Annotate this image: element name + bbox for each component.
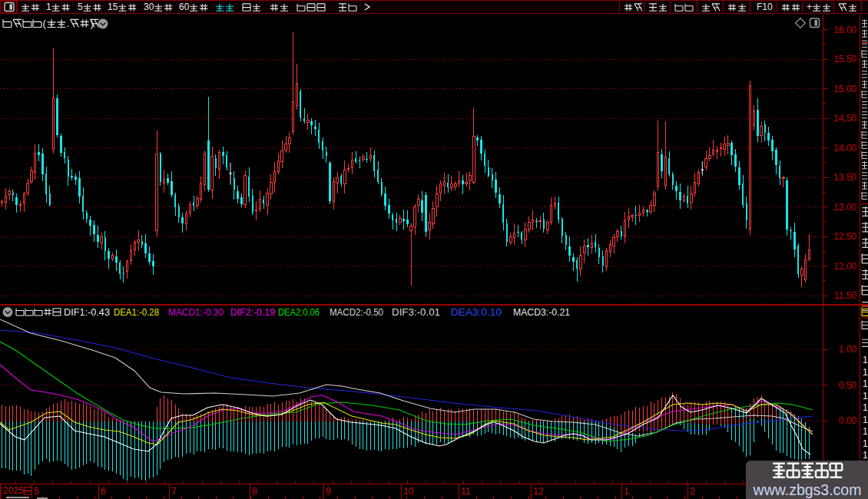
svg-text:1: 1 bbox=[863, 367, 868, 378]
svg-text:0.50: 0.50 bbox=[839, 380, 857, 391]
svg-text:12: 12 bbox=[533, 486, 544, 497]
svg-text:5: 5 bbox=[34, 486, 39, 497]
svg-text:6: 6 bbox=[101, 486, 106, 497]
svg-text:1.00: 1.00 bbox=[839, 344, 857, 355]
svg-text:1: 1 bbox=[863, 355, 868, 365]
svg-text:2025: 2025 bbox=[3, 485, 24, 496]
svg-text:1: 1 bbox=[46, 2, 51, 12]
svg-text:1: 1 bbox=[863, 391, 868, 402]
svg-text:12.50: 12.50 bbox=[833, 231, 856, 242]
svg-text:15.00: 15.00 bbox=[833, 84, 856, 94]
svg-text:13.00: 13.00 bbox=[833, 202, 856, 213]
svg-text:0.00: 0.00 bbox=[839, 415, 857, 426]
svg-text:5: 5 bbox=[78, 2, 83, 12]
svg-text:+: + bbox=[807, 2, 812, 12]
svg-text:DIF1:-0.43: DIF1:-0.43 bbox=[64, 307, 110, 318]
svg-text:.: . bbox=[67, 18, 70, 29]
svg-text:60: 60 bbox=[179, 2, 190, 12]
svg-text:DIF2:-0.19: DIF2:-0.19 bbox=[230, 307, 275, 318]
svg-text:1: 1 bbox=[863, 378, 868, 389]
svg-text:30: 30 bbox=[144, 2, 154, 12]
svg-text:7: 7 bbox=[171, 486, 177, 497]
svg-text:MACD2:-0.50: MACD2:-0.50 bbox=[330, 307, 383, 318]
svg-text:MACD1:-0.30: MACD1:-0.30 bbox=[168, 307, 224, 318]
svg-text:14.00: 14.00 bbox=[833, 143, 856, 154]
svg-text:DIF3:-0.01: DIF3:-0.01 bbox=[392, 307, 440, 318]
svg-text:12.00: 12.00 bbox=[833, 261, 856, 272]
svg-text:MACD3:-0.21: MACD3:-0.21 bbox=[513, 307, 570, 318]
svg-text:): ) bbox=[91, 18, 94, 29]
svg-text:15: 15 bbox=[108, 2, 118, 12]
svg-text:14.50: 14.50 bbox=[833, 113, 856, 124]
svg-text:DEA2:0.06: DEA2:0.06 bbox=[278, 307, 320, 318]
svg-text:DEA3:0.10: DEA3:0.10 bbox=[451, 307, 502, 318]
svg-text:11.50: 11.50 bbox=[834, 290, 856, 301]
svg-text:9: 9 bbox=[326, 486, 331, 497]
svg-text:www.zbgs3.com: www.zbgs3.com bbox=[753, 481, 862, 498]
svg-text:2: 2 bbox=[690, 486, 695, 497]
svg-text:DEA1:-0.28: DEA1:-0.28 bbox=[114, 307, 159, 318]
svg-text:15.50: 15.50 bbox=[833, 54, 856, 64]
svg-text:10: 10 bbox=[403, 486, 414, 497]
svg-text:13.50: 13.50 bbox=[833, 172, 856, 183]
svg-text:1: 1 bbox=[863, 402, 868, 413]
svg-text:1: 1 bbox=[863, 438, 868, 449]
svg-text:1: 1 bbox=[624, 486, 629, 497]
svg-text:16.00: 16.00 bbox=[833, 25, 856, 35]
svg-text:11: 11 bbox=[461, 486, 471, 497]
svg-text:8: 8 bbox=[252, 486, 257, 497]
svg-text:1: 1 bbox=[863, 426, 868, 437]
svg-text:(: ( bbox=[43, 18, 47, 29]
svg-text:1: 1 bbox=[863, 450, 868, 461]
svg-text:F10: F10 bbox=[757, 2, 773, 12]
svg-text:1: 1 bbox=[863, 415, 868, 425]
